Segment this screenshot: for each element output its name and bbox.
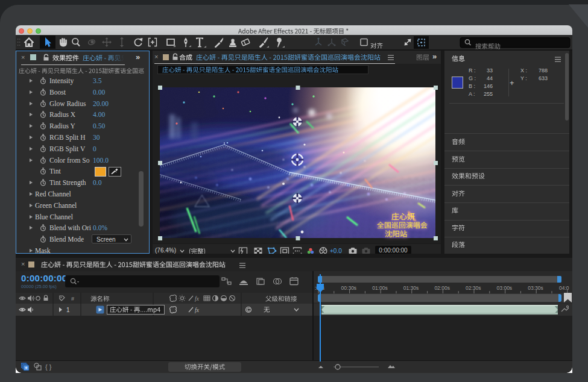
svg-text:fx: fx	[195, 296, 200, 302]
svg-text:1: 1	[66, 307, 70, 313]
svg-text:+0.0: +0.0	[330, 248, 342, 254]
svg-text:fx: fx	[195, 307, 200, 313]
svg-text:{ }: { }	[45, 363, 52, 371]
svg-text:#: #	[71, 296, 74, 302]
